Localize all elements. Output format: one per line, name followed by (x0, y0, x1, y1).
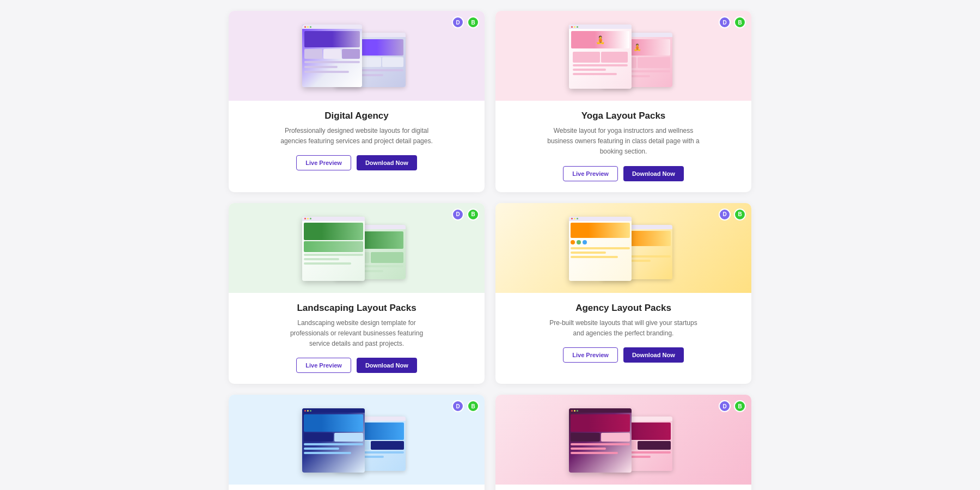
badge-row: D B (452, 16, 479, 28)
download-button-landscaping[interactable]: Download Now (357, 358, 417, 373)
card-title-landscaping: Landscaping Layout Packs (297, 303, 416, 314)
screenshot-stack-digital-agency (302, 16, 411, 95)
card-buttons-landscaping: Live Preview Download Now (296, 358, 416, 373)
badge-d: D (452, 400, 464, 412)
badge-b: B (467, 16, 479, 28)
screenshot-stack-yoga: 🧘 🧘 (569, 16, 678, 95)
card-desc-yoga: Website layout for yoga instructors and … (547, 126, 700, 157)
card-desc-landscaping: Landscaping website design template for … (280, 318, 433, 350)
badge-row: D B (719, 400, 746, 412)
screenshot-front (302, 408, 365, 473)
card-buttons-agency: Live Preview Download Now (563, 347, 683, 363)
card-buttons-yoga: Live Preview Download Now (563, 166, 683, 181)
card-buttons-digital-agency: Live Preview Download Now (296, 155, 416, 170)
live-preview-button-digital-agency[interactable]: Live Preview (296, 155, 351, 170)
card-yoga: D B 🧘 🧘 (495, 11, 751, 192)
screenshot-front (302, 24, 362, 87)
live-preview-button-yoga[interactable]: Live Preview (563, 166, 618, 181)
badge-d: D (452, 16, 464, 28)
live-preview-button-agency[interactable]: Live Preview (563, 347, 618, 363)
download-button-yoga[interactable]: Download Now (623, 166, 684, 181)
card-body-yoga: Yoga Layout Packs Website layout for yog… (495, 101, 751, 192)
card-desc-agency: Pre-built website layouts that will give… (547, 318, 700, 339)
screenshot-front (302, 217, 365, 281)
card-image-agency: D B (495, 203, 751, 293)
card-title-yoga: Yoga Layout Packs (581, 111, 666, 121)
screenshot-front (569, 408, 632, 473)
live-preview-button-landscaping[interactable]: Live Preview (296, 358, 351, 373)
card-grid: D B (229, 11, 751, 490)
screenshot-stack-brewery (569, 400, 678, 479)
badge-d: D (719, 400, 731, 412)
card-brewery: D B (495, 395, 751, 490)
badge-b: B (467, 209, 479, 220)
badge-d: D (719, 16, 731, 28)
card-body-agency: Agency Layout Packs Pre-built website la… (495, 293, 751, 384)
screenshot-front (569, 217, 632, 281)
badge-row: D B (719, 16, 746, 28)
card-image-yoga: D B 🧘 🧘 (495, 11, 751, 101)
badge-d: D (452, 209, 464, 220)
card-image-digital-agency: D B (229, 11, 485, 101)
badge-b: B (467, 400, 479, 412)
card-digital-agency: D B (229, 11, 485, 192)
badge-row: D B (719, 209, 746, 220)
badge-b: B (734, 209, 746, 220)
badge-b: B (734, 400, 746, 412)
card-image-handyman: D B (229, 395, 485, 485)
screenshot-stack-handyman (302, 400, 411, 479)
badge-b: B (734, 16, 746, 28)
card-body-digital-agency: Digital Agency Professionally designed w… (229, 101, 485, 192)
card-desc-digital-agency: Professionally designed website layouts … (280, 126, 433, 146)
card-handyman: D B (229, 395, 485, 490)
card-title-digital-agency: Digital Agency (324, 111, 388, 121)
badge-row: D B (452, 209, 479, 220)
download-button-agency[interactable]: Download Now (623, 347, 684, 363)
screenshot-stack-agency (569, 209, 678, 287)
screenshot-stack-landscaping (302, 209, 411, 287)
badge-d: D (719, 209, 731, 220)
card-body-handyman: Handyman Layout Packs Website layouts fo… (229, 485, 485, 490)
card-body-landscaping: Landscaping Layout Packs Landscaping web… (229, 293, 485, 384)
card-image-brewery: D B (495, 395, 751, 485)
card-agency: D B (495, 203, 751, 384)
badge-row: D B (452, 400, 479, 412)
download-button-digital-agency[interactable]: Download Now (357, 155, 417, 170)
card-landscaping: D B (229, 203, 485, 384)
card-image-landscaping: D B (229, 203, 485, 293)
card-body-brewery: Brewery Layout Packs Website design for … (495, 485, 751, 490)
screenshot-front: 🧘 (569, 24, 632, 89)
card-title-agency: Agency Layout Packs (575, 303, 671, 314)
